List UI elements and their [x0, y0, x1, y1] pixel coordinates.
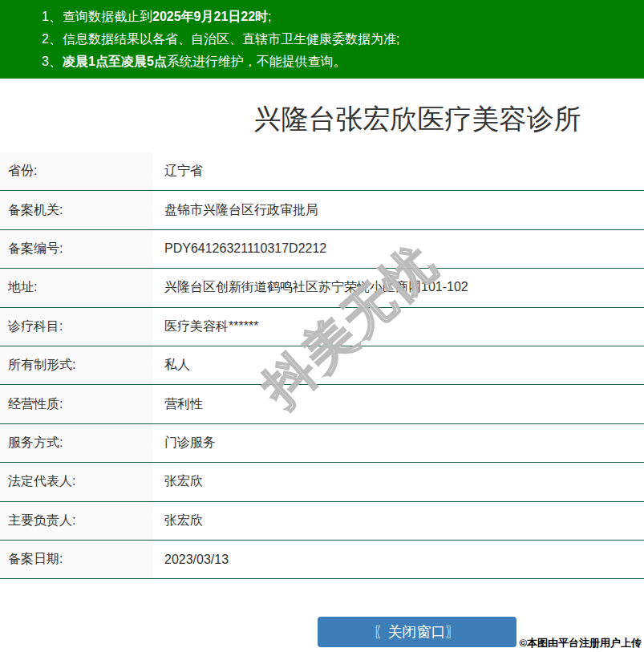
table-row: 地址: 兴隆台区创新街道鹤鸣社区苏宁荣悦小区商网101-102 — [0, 269, 644, 307]
row-value: 私人 — [152, 346, 644, 384]
table-row: 备案机关: 盘锦市兴隆台区行政审批局 — [0, 191, 644, 229]
row-value: PDY64126321110317D2212 — [152, 230, 644, 268]
row-value: 医疗美容科****** — [152, 308, 644, 346]
notice-item: 3、 凌晨1点至凌晨5点系统进行维护，不能提供查询。 — [0, 51, 644, 73]
row-value: 门诊服务 — [152, 424, 644, 462]
notice-text: 信息数据结果以各省、自治区、直辖市卫生健康委数据为准; — [63, 28, 399, 51]
row-value: 张宏欣 — [152, 502, 644, 540]
table-row: 备案日期: 2023/03/13 — [0, 541, 644, 579]
table-row: 所有制形式: 私人 — [0, 346, 644, 385]
notice-number: 3、 — [42, 51, 63, 73]
row-label: 备案机关: — [0, 191, 152, 229]
row-value: 盘锦市兴隆台区行政审批局 — [152, 191, 644, 229]
row-value: 2023/03/13 — [152, 541, 644, 578]
table-row: 省份: 辽宁省 — [0, 152, 644, 191]
row-value: 辽宁省 — [152, 152, 644, 190]
notice-text: 查询数据截止到2025年9月21日22时; — [63, 6, 272, 28]
close-window-button[interactable]: 〖关闭窗口〗 — [318, 617, 516, 647]
page-title: 兴隆台张宏欣医疗美容诊所 — [254, 103, 581, 134]
query-result-page: 1、 查询数据截止到2025年9月21日22时; 2、 信息数据结果以各省、自治… — [0, 0, 644, 652]
row-label: 主要负责人: — [0, 502, 152, 540]
notice-text: 凌晨1点至凌晨5点系统进行维护，不能提供查询。 — [63, 51, 346, 73]
notice-item: 2、 信息数据结果以各省、自治区、直辖市卫生健康委数据为准; — [0, 28, 644, 51]
copyright-credit: ©本图由平台注册用户上传 — [519, 636, 642, 650]
row-label: 备案日期: — [0, 541, 152, 578]
row-label: 所有制形式: — [0, 346, 152, 384]
notice-banner: 1、 查询数据截止到2025年9月21日22时; 2、 信息数据结果以各省、自治… — [0, 0, 644, 79]
record-table: 省份: 辽宁省 备案机关: 盘锦市兴隆台区行政审批局 备案编号: PDY6412… — [0, 152, 644, 579]
row-value: 张宏欣 — [152, 463, 644, 500]
table-row: 主要负责人: 张宏欣 — [0, 502, 644, 541]
table-row: 法定代表人: 张宏欣 — [0, 463, 644, 501]
row-label: 省份: — [0, 152, 152, 190]
row-value: 兴隆台区创新街道鹤鸣社区苏宁荣悦小区商网101-102 — [152, 269, 644, 306]
row-label: 备案编号: — [0, 230, 152, 268]
row-value: 营利性 — [152, 385, 644, 423]
table-row: 服务方式: 门诊服务 — [0, 424, 644, 463]
notice-number: 1、 — [42, 6, 63, 28]
row-label: 诊疗科目: — [0, 308, 152, 346]
table-row: 诊疗科目: 医疗美容科****** — [0, 308, 644, 346]
row-label: 经营性质: — [0, 385, 152, 423]
title-area: 兴隆台张宏欣医疗美容诊所 — [0, 103, 644, 135]
row-label: 法定代表人: — [0, 463, 152, 500]
table-row: 备案编号: PDY64126321110317D2212 — [0, 230, 644, 269]
row-label: 服务方式: — [0, 424, 152, 462]
notice-item: 1、 查询数据截止到2025年9月21日22时; — [0, 6, 644, 28]
notice-number: 2、 — [42, 28, 63, 51]
row-label: 地址: — [0, 269, 152, 306]
table-row: 经营性质: 营利性 — [0, 385, 644, 423]
